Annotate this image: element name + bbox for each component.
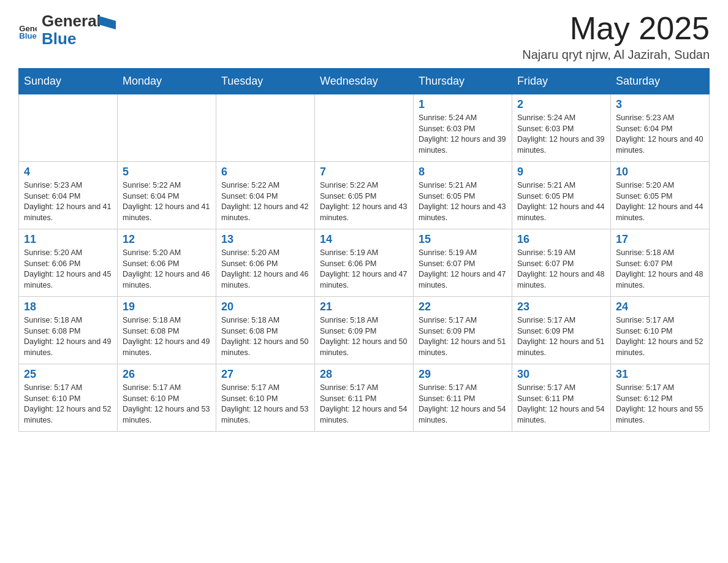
- day-cell-22: 22Sunrise: 5:17 AM Sunset: 6:09 PM Dayli…: [414, 297, 512, 364]
- day-number: 26: [123, 368, 211, 381]
- empty-cell: [315, 94, 414, 162]
- day-number: 8: [419, 166, 507, 178]
- day-cell-5: 5Sunrise: 5:22 AM Sunset: 6:04 PM Daylig…: [118, 162, 216, 229]
- day-cell-20: 20Sunrise: 5:18 AM Sunset: 6:08 PM Dayli…: [216, 297, 315, 364]
- week-row-4: 18Sunrise: 5:18 AM Sunset: 6:08 PM Dayli…: [19, 297, 710, 364]
- logo-blue-text: Blue: [42, 30, 101, 48]
- day-cell-8: 8Sunrise: 5:21 AM Sunset: 6:05 PM Daylig…: [414, 162, 512, 229]
- logo-flag-icon: [99, 16, 116, 37]
- day-cell-28: 28Sunrise: 5:17 AM Sunset: 6:11 PM Dayli…: [315, 364, 414, 432]
- day-number: 2: [517, 98, 605, 111]
- day-number: 10: [616, 166, 704, 178]
- day-cell-1: 1Sunrise: 5:24 AM Sunset: 6:03 PM Daylig…: [414, 94, 512, 162]
- day-number: 13: [221, 233, 309, 246]
- day-info: Sunrise: 5:17 AM Sunset: 6:10 PM Dayligh…: [221, 383, 308, 424]
- day-info: Sunrise: 5:17 AM Sunset: 6:10 PM Dayligh…: [616, 316, 703, 357]
- day-cell-29: 29Sunrise: 5:17 AM Sunset: 6:11 PM Dayli…: [414, 364, 512, 432]
- day-info: Sunrise: 5:17 AM Sunset: 6:10 PM Dayligh…: [123, 383, 210, 424]
- day-info: Sunrise: 5:23 AM Sunset: 6:04 PM Dayligh…: [24, 181, 111, 222]
- day-number: 15: [419, 233, 507, 246]
- calendar-table: SundayMondayTuesdayWednesdayThursdayFrid…: [18, 68, 710, 432]
- day-number: 5: [123, 166, 211, 178]
- day-info: Sunrise: 5:20 AM Sunset: 6:06 PM Dayligh…: [123, 248, 210, 289]
- day-info: Sunrise: 5:19 AM Sunset: 6:06 PM Dayligh…: [320, 248, 407, 289]
- empty-cell: [216, 94, 315, 162]
- day-number: 3: [616, 98, 704, 111]
- day-info: Sunrise: 5:21 AM Sunset: 6:05 PM Dayligh…: [517, 181, 604, 222]
- day-cell-16: 16Sunrise: 5:19 AM Sunset: 6:07 PM Dayli…: [512, 229, 611, 297]
- day-info: Sunrise: 5:18 AM Sunset: 6:07 PM Dayligh…: [616, 248, 703, 289]
- weekday-header-row: SundayMondayTuesdayWednesdayThursdayFrid…: [19, 69, 710, 94]
- day-info: Sunrise: 5:18 AM Sunset: 6:08 PM Dayligh…: [123, 316, 210, 357]
- day-info: Sunrise: 5:23 AM Sunset: 6:04 PM Dayligh…: [616, 113, 703, 155]
- weekday-header-tuesday: Tuesday: [216, 69, 315, 94]
- day-cell-19: 19Sunrise: 5:18 AM Sunset: 6:08 PM Dayli…: [118, 297, 216, 364]
- day-number: 11: [24, 233, 112, 246]
- day-number: 4: [24, 166, 112, 178]
- day-info: Sunrise: 5:17 AM Sunset: 6:11 PM Dayligh…: [320, 383, 407, 424]
- day-info: Sunrise: 5:17 AM Sunset: 6:09 PM Dayligh…: [517, 316, 604, 357]
- day-cell-3: 3Sunrise: 5:23 AM Sunset: 6:04 PM Daylig…: [611, 94, 710, 162]
- day-cell-18: 18Sunrise: 5:18 AM Sunset: 6:08 PM Dayli…: [19, 297, 118, 364]
- day-number: 17: [616, 233, 704, 246]
- day-info: Sunrise: 5:17 AM Sunset: 6:10 PM Dayligh…: [24, 383, 111, 424]
- day-cell-14: 14Sunrise: 5:19 AM Sunset: 6:06 PM Dayli…: [315, 229, 414, 297]
- day-cell-31: 31Sunrise: 5:17 AM Sunset: 6:12 PM Dayli…: [611, 364, 710, 432]
- day-cell-26: 26Sunrise: 5:17 AM Sunset: 6:10 PM Dayli…: [118, 364, 216, 432]
- day-info: Sunrise: 5:22 AM Sunset: 6:04 PM Dayligh…: [123, 181, 210, 222]
- day-info: Sunrise: 5:18 AM Sunset: 6:08 PM Dayligh…: [24, 316, 111, 357]
- week-row-1: 1Sunrise: 5:24 AM Sunset: 6:03 PM Daylig…: [19, 94, 710, 162]
- week-row-3: 11Sunrise: 5:20 AM Sunset: 6:06 PM Dayli…: [19, 229, 710, 297]
- day-cell-27: 27Sunrise: 5:17 AM Sunset: 6:10 PM Dayli…: [216, 364, 315, 432]
- weekday-header-wednesday: Wednesday: [315, 69, 414, 94]
- day-info: Sunrise: 5:19 AM Sunset: 6:07 PM Dayligh…: [517, 248, 604, 289]
- day-info: Sunrise: 5:24 AM Sunset: 6:03 PM Dayligh…: [517, 113, 604, 155]
- day-info: Sunrise: 5:24 AM Sunset: 6:03 PM Dayligh…: [419, 113, 506, 155]
- day-number: 6: [221, 166, 309, 178]
- day-info: Sunrise: 5:22 AM Sunset: 6:05 PM Dayligh…: [320, 181, 407, 222]
- day-number: 23: [517, 301, 605, 313]
- day-number: 31: [616, 368, 704, 381]
- day-number: 19: [123, 301, 211, 313]
- month-year-title: May 2025: [522, 12, 710, 44]
- day-number: 29: [419, 368, 507, 381]
- day-cell-25: 25Sunrise: 5:17 AM Sunset: 6:10 PM Dayli…: [19, 364, 118, 432]
- logo-icon: General Blue: [18, 21, 37, 39]
- day-cell-6: 6Sunrise: 5:22 AM Sunset: 6:04 PM Daylig…: [216, 162, 315, 229]
- day-number: 14: [320, 233, 408, 246]
- day-cell-23: 23Sunrise: 5:17 AM Sunset: 6:09 PM Dayli…: [512, 297, 611, 364]
- day-cell-30: 30Sunrise: 5:17 AM Sunset: 6:11 PM Dayli…: [512, 364, 611, 432]
- day-cell-11: 11Sunrise: 5:20 AM Sunset: 6:06 PM Dayli…: [19, 229, 118, 297]
- day-number: 25: [24, 368, 112, 381]
- day-number: 27: [221, 368, 309, 381]
- week-row-5: 25Sunrise: 5:17 AM Sunset: 6:10 PM Dayli…: [19, 364, 710, 432]
- day-cell-17: 17Sunrise: 5:18 AM Sunset: 6:07 PM Dayli…: [611, 229, 710, 297]
- empty-cell: [19, 94, 118, 162]
- day-number: 7: [320, 166, 408, 178]
- day-number: 24: [616, 301, 704, 313]
- day-cell-21: 21Sunrise: 5:18 AM Sunset: 6:09 PM Dayli…: [315, 297, 414, 364]
- page-header: General Blue General Blue May 2025 Najar…: [18, 12, 710, 62]
- weekday-header-saturday: Saturday: [611, 69, 710, 94]
- day-number: 30: [517, 368, 605, 381]
- weekday-header-sunday: Sunday: [19, 69, 118, 94]
- day-number: 21: [320, 301, 408, 313]
- weekday-header-monday: Monday: [118, 69, 216, 94]
- day-number: 28: [320, 368, 408, 381]
- empty-cell: [118, 94, 216, 162]
- day-info: Sunrise: 5:17 AM Sunset: 6:11 PM Dayligh…: [517, 383, 604, 424]
- svg-marker-3: [99, 16, 116, 29]
- weekday-header-friday: Friday: [512, 69, 611, 94]
- location-subtitle: Najaru qryt njrw, Al Jazirah, Sudan: [522, 48, 710, 62]
- day-number: 20: [221, 301, 309, 313]
- day-cell-10: 10Sunrise: 5:20 AM Sunset: 6:05 PM Dayli…: [611, 162, 710, 229]
- day-info: Sunrise: 5:18 AM Sunset: 6:08 PM Dayligh…: [221, 316, 308, 357]
- day-info: Sunrise: 5:20 AM Sunset: 6:06 PM Dayligh…: [221, 248, 308, 289]
- title-block: May 2025 Najaru qryt njrw, Al Jazirah, S…: [522, 12, 710, 62]
- day-info: Sunrise: 5:21 AM Sunset: 6:05 PM Dayligh…: [419, 181, 506, 222]
- day-cell-12: 12Sunrise: 5:20 AM Sunset: 6:06 PM Dayli…: [118, 229, 216, 297]
- day-cell-9: 9Sunrise: 5:21 AM Sunset: 6:05 PM Daylig…: [512, 162, 611, 229]
- day-cell-4: 4Sunrise: 5:23 AM Sunset: 6:04 PM Daylig…: [19, 162, 118, 229]
- day-info: Sunrise: 5:19 AM Sunset: 6:07 PM Dayligh…: [419, 248, 506, 289]
- day-number: 1: [419, 98, 507, 111]
